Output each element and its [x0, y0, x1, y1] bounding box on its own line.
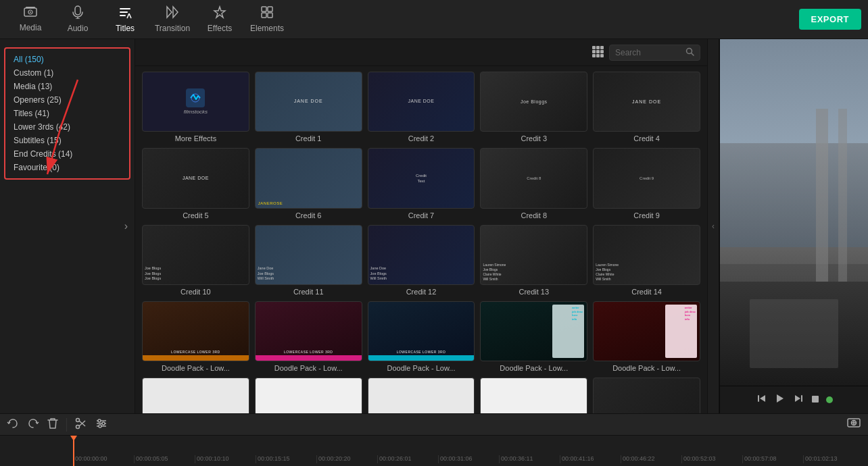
tile-credit-2[interactable]: JANE DOE Credit 2 — [368, 72, 475, 143]
transition-icon — [166, 5, 179, 22]
sidebar-item-custom[interactable]: Custom (1) — [9, 66, 125, 80]
sidebar-item-titles[interactable]: Titles (41) — [9, 107, 125, 120]
export-button[interactable]: EXPORT — [799, 9, 861, 30]
ts-12: 00:01:02:13 — [803, 455, 864, 463]
tiles-scroll-area[interactable]: filmstocks More Effects JANE DOE Credit … — [135, 66, 707, 413]
tile-credit-12[interactable]: Jane DoeJoe BlogsWill Smith Credit 12 — [368, 225, 475, 296]
svg-point-34 — [76, 418, 80, 421]
nav-item-audio[interactable]: Audio — [54, 2, 101, 37]
tile-credit-11-label: Credit 11 — [255, 288, 362, 296]
delete-button[interactable] — [47, 417, 58, 432]
tile-more-effects-label: More Effects — [142, 134, 249, 143]
top-navigation: Media Audio Titles Transit — [0, 0, 868, 39]
tile-partial-3[interactable] — [368, 378, 475, 413]
tile-credit-9[interactable]: Credit 9 Credit 9 — [593, 148, 700, 219]
tile-credit-11[interactable]: Jane DoeJoe BlogsWill Smith Credit 11 — [255, 225, 362, 296]
svg-point-33 — [76, 425, 80, 428]
nav-titles-label: Titles — [116, 24, 135, 33]
tile-doodle-5-label: Doodle Pack - Low... — [593, 364, 700, 372]
tile-doodle-3-label: Doodle Pack - Low... — [368, 364, 475, 372]
panel-collapse-handle[interactable]: ‹ — [707, 39, 719, 413]
sidebar-item-openers[interactable]: Openers (25) — [9, 93, 125, 107]
tile-partial-5[interactable] — [593, 378, 700, 413]
tile-doodle-1[interactable]: LOWERCASE LOWER 3RD Doodle Pack - Low... — [142, 301, 249, 372]
svg-point-3 — [30, 11, 31, 13]
tile-credit-6-label: Credit 6 — [255, 211, 362, 219]
svg-rect-19 — [600, 50, 604, 53]
play-button[interactable] — [773, 392, 787, 408]
settings-button[interactable] — [95, 417, 107, 432]
svg-rect-15 — [596, 46, 600, 49]
undo-button[interactable] — [7, 417, 19, 432]
tile-doodle-4-label: Doodle Pack - Low... — [480, 364, 587, 372]
grid-view-icon[interactable] — [592, 45, 604, 60]
tile-credit-2-label: Credit 2 — [368, 134, 475, 143]
nav-elements-label: Elements — [250, 24, 284, 33]
tile-partial-4[interactable] — [480, 378, 587, 413]
tiles-grid: filmstocks More Effects JANE DOE Credit … — [142, 72, 700, 413]
toolbar-separator — [66, 418, 67, 432]
ts-11: 00:00:57:08 — [742, 455, 803, 463]
stop-button[interactable] — [810, 392, 821, 407]
tile-credit-7[interactable]: CreditText Credit 7 — [368, 148, 475, 219]
tile-partial-1[interactable]: Inky type... — [142, 378, 249, 413]
sidebar-item-endcredits[interactable]: End Credits (14) — [9, 147, 125, 161]
sidebar-item-media[interactable]: Media (13) — [9, 80, 125, 93]
add-media-button[interactable] — [846, 415, 861, 434]
tile-credit-10-label: Credit 10 — [142, 288, 249, 296]
tile-doodle-2[interactable]: LOWERCASE LOWER 3RD Doodle Pack - Low... — [255, 301, 362, 372]
tile-credit-4[interactable]: JANE DOE Credit 4 — [593, 72, 700, 143]
ts-3: 00:00:15:15 — [256, 455, 316, 463]
tile-doodle-4[interactable]: writerjob deschereinfo Doodle Pack - Low… — [480, 301, 587, 372]
tile-credit-13[interactable]: Lauren SimoneJoe BlogsClaire WhiteWill S… — [480, 225, 587, 296]
svg-rect-22 — [600, 54, 604, 57]
main-area: All (150) Custom (1) Media (13) Openers … — [0, 39, 868, 413]
svg-rect-14 — [592, 46, 596, 49]
tile-partial-2[interactable] — [255, 378, 362, 413]
media-icon — [24, 6, 37, 22]
tile-more-effects[interactable]: filmstocks More Effects — [142, 72, 249, 143]
svg-rect-11 — [262, 13, 266, 18]
tile-credit-13-label: Credit 13 — [480, 288, 587, 296]
tile-credit-3-label: Credit 3 — [480, 134, 587, 143]
prev-frame-button[interactable] — [756, 392, 768, 407]
svg-rect-30 — [801, 395, 802, 402]
nav-item-effects[interactable]: Effects — [196, 2, 243, 37]
tile-credit-10[interactable]: Joe BlogsJoe BlogsJoe Blogs Credit 10 — [142, 225, 249, 296]
tile-credit-6[interactable]: JANEROSE Credit 6 — [255, 148, 362, 219]
tile-credit-14[interactable]: Lauren SimoneJoe BlogsClaire WhiteWill S… — [593, 225, 700, 296]
tile-doodle-1-label: Doodle Pack - Low... — [142, 364, 249, 372]
sidebar-item-lower3rds[interactable]: Lower 3rds (42) — [9, 120, 125, 134]
preview-controls — [720, 386, 868, 413]
category-list: All (150) Custom (1) Media (13) Openers … — [4, 47, 130, 180]
svg-marker-29 — [777, 394, 783, 403]
tile-credit-3[interactable]: Joe Bloggs Credit 3 — [480, 72, 587, 143]
sidebar-item-all[interactable]: All (150) — [9, 53, 125, 66]
sidebar-collapse-arrow[interactable]: › — [124, 220, 128, 232]
playhead[interactable] — [73, 436, 74, 466]
sidebar: All (150) Custom (1) Media (13) Openers … — [0, 39, 135, 413]
tile-doodle-3[interactable]: LOWERCASE LOWER 3RD Doodle Pack - Low... — [368, 301, 475, 372]
tile-credit-1[interactable]: JANE DOE Credit 1 — [255, 72, 362, 143]
svg-marker-28 — [760, 395, 765, 402]
next-frame-button[interactable] — [792, 392, 804, 407]
search-input[interactable] — [615, 48, 683, 57]
timeline-ruler[interactable]: 00:00:00:00 00:00:05:05 00:00:10:10 00:0… — [0, 436, 868, 466]
cut-button[interactable] — [75, 417, 87, 432]
tile-credit-7-label: Credit 7 — [368, 211, 475, 219]
sidebar-item-favourite[interactable]: Favourite (0) — [9, 161, 125, 174]
content-panel: filmstocks More Effects JANE DOE Credit … — [135, 39, 707, 413]
nav-item-media[interactable]: Media — [7, 2, 54, 37]
tile-credit-5[interactable]: JANE DOE Credit 5 — [142, 148, 249, 219]
sidebar-item-subtitles[interactable]: Subtitles (15) — [9, 134, 125, 147]
timeline-area: 00:00:00:00 00:00:05:05 00:00:10:10 00:0… — [0, 413, 868, 466]
svg-point-40 — [98, 419, 101, 422]
nav-item-elements[interactable]: Elements — [243, 2, 291, 37]
nav-item-titles[interactable]: Titles — [101, 2, 149, 37]
status-indicator — [826, 396, 833, 403]
tile-doodle-5[interactable]: writerjob deschereinfo Doodle Pack - Low… — [593, 301, 700, 372]
nav-item-transition[interactable]: Transition — [149, 2, 196, 37]
tile-credit-1-label: Credit 1 — [255, 134, 362, 143]
redo-button[interactable] — [27, 417, 39, 432]
tile-credit-8[interactable]: Credit 8 Credit 8 — [480, 148, 587, 219]
